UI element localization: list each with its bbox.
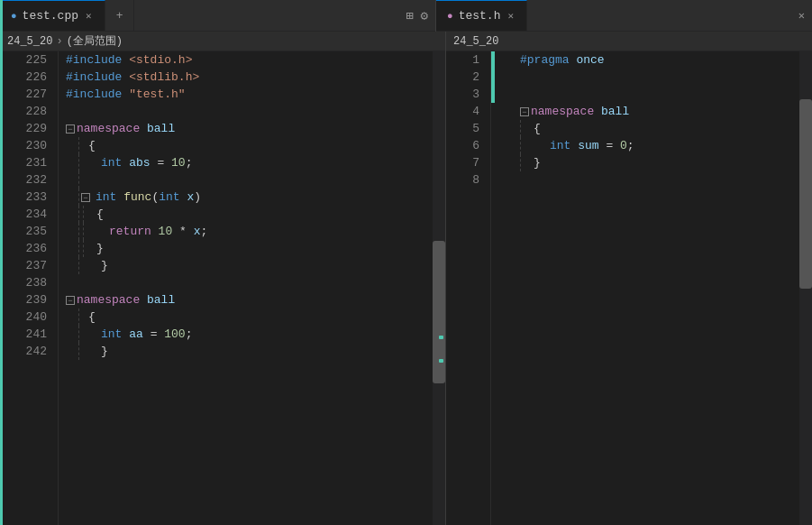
code-line-233: −int func(int x)	[59, 189, 433, 206]
r-code-line-8	[495, 171, 799, 189]
guide-232	[78, 171, 79, 189]
ident-x-235: x	[194, 223, 201, 240]
kw-pragma: #pragma	[520, 51, 576, 69]
line-230: 230	[18, 137, 58, 154]
op-eq-231: =	[157, 154, 171, 171]
right-code-lines[interactable]: #pragma once −namespace ball {	[495, 51, 799, 525]
kw-namespace-239: namespace	[77, 291, 147, 309]
ident-aa: aa	[129, 326, 150, 343]
r-code-line-5: {	[495, 120, 799, 137]
code-line-227: #include "test.h"	[59, 86, 433, 103]
line-234: 234	[18, 206, 58, 223]
code-line-232	[59, 171, 433, 189]
kw-include-226: #include	[66, 69, 129, 86]
code-line-234: {	[59, 206, 433, 223]
fold-r4[interactable]: −	[520, 107, 529, 116]
guide-235a	[78, 223, 79, 240]
guide-r6	[520, 137, 521, 154]
r-code-line-1: #pragma once	[495, 51, 799, 69]
brace-230: {	[88, 137, 96, 154]
guide-242	[78, 343, 79, 360]
op-eq-r6: =	[606, 137, 620, 154]
tab-test-cpp[interactable]: ● test.cpp ✕	[0, 0, 105, 31]
tab-close-test-h[interactable]: ✕	[506, 9, 515, 23]
guide-230	[78, 137, 79, 154]
code-line-237: }	[59, 257, 433, 274]
fold-239[interactable]: −	[66, 296, 75, 305]
semi-231: ;	[186, 154, 193, 171]
scroll-thumb-right[interactable]	[799, 99, 812, 289]
kw-namespace-r4: namespace	[531, 103, 601, 120]
guide-233	[78, 189, 79, 206]
op-eq-241: =	[151, 326, 165, 343]
fold-229[interactable]: −	[66, 124, 75, 134]
r-line-5: 5	[464, 120, 490, 137]
tab-add-label: +	[116, 9, 123, 23]
guide-234b	[83, 206, 84, 223]
guide-236b	[83, 240, 84, 257]
code-line-240: {	[59, 309, 433, 326]
tab-actions-right: ✕	[791, 9, 812, 23]
left-code-lines[interactable]: #include <stdio.h> #include <stdlib.h> #…	[59, 51, 433, 525]
path-226: <stdlib.h>	[129, 69, 199, 86]
r-line-2: 2	[464, 69, 490, 86]
kw-int-233: int	[96, 189, 123, 206]
punct-233b: )	[194, 189, 201, 206]
minimap-dot-1	[439, 336, 443, 339]
left-scrollbar[interactable]	[433, 51, 445, 525]
func-233: func	[123, 189, 151, 206]
tab-bar: ● test.cpp ✕ + ⊞ ⚙ ● test.h ✕ ✕	[0, 0, 812, 32]
line-242: 242	[18, 343, 58, 360]
line-228: 228	[18, 103, 58, 120]
param-x-233: x	[187, 189, 194, 206]
tab-close-test-cpp[interactable]: ✕	[84, 9, 94, 23]
breadcrumb-right: 24_5_20	[446, 32, 812, 51]
code-line-236: }	[59, 240, 433, 257]
kw-include-227: #include	[66, 86, 129, 103]
split-icon[interactable]: ⊞	[406, 8, 413, 23]
semi-241: ;	[186, 326, 193, 343]
kw-int-r6: int	[550, 137, 578, 154]
kw-return-235: return	[109, 223, 159, 240]
code-line-230: {	[59, 137, 433, 154]
fold-233[interactable]: −	[81, 193, 90, 202]
r-line-4: 4	[464, 103, 490, 120]
line-232: 232	[18, 171, 58, 189]
line-241: 241	[18, 326, 58, 343]
r-code-line-7: }	[495, 154, 799, 171]
r-code-line-4: −namespace ball	[495, 103, 799, 120]
right-scrollbar[interactable]	[799, 51, 812, 525]
bp-gutter-right	[446, 51, 464, 525]
tab-actions-left: ⊞ ⚙	[398, 8, 435, 23]
kw-include-225: #include	[66, 51, 129, 69]
code-line-239: −namespace ball	[59, 291, 433, 309]
brace-237: }	[101, 257, 108, 274]
line-233: 233	[18, 189, 58, 206]
tab-test-h[interactable]: ● test.h ✕	[436, 0, 527, 31]
right-editor-pane: 24_5_20 1 2 3 4 5 6 7 8	[446, 32, 812, 525]
kw-int-param-233: int	[159, 189, 187, 206]
num-10-231: 10	[171, 154, 186, 171]
ident-sum: sum	[578, 137, 606, 154]
r-code-line-3	[495, 86, 799, 103]
settings-icon[interactable]: ⚙	[421, 8, 428, 23]
num-10-235: 10	[159, 223, 179, 240]
brace-242: }	[101, 343, 108, 360]
code-line-235: return 10 * x;	[59, 223, 433, 240]
line-229: 229	[18, 120, 58, 137]
tab-add[interactable]: +	[105, 0, 135, 31]
line-225: 225	[18, 51, 58, 69]
app-container: ● test.cpp ✕ + ⊞ ⚙ ● test.h ✕ ✕	[0, 0, 812, 525]
semi-235: ;	[200, 223, 207, 240]
breadcrumb-sep: ›	[56, 35, 62, 48]
guide-234a	[78, 206, 79, 223]
h-file-icon: ●	[447, 11, 453, 22]
r-code-line-6: int sum = 0;	[495, 137, 799, 154]
line-236: 236	[18, 240, 58, 257]
close-right-icon[interactable]: ✕	[798, 9, 805, 23]
guide-r5	[520, 120, 521, 137]
path-225: <stdio.h>	[129, 51, 192, 69]
left-scope-breadcrumb: (全局范围)	[67, 33, 123, 49]
semi-r6: ;	[627, 137, 634, 154]
guide-240	[78, 309, 79, 326]
